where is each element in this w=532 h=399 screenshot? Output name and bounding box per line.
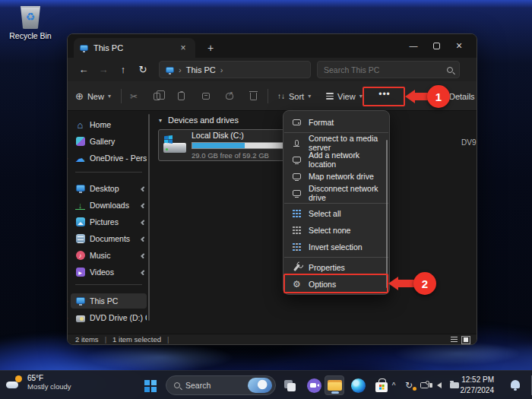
search-highlight-image[interactable] bbox=[248, 378, 272, 393]
pin-icon bbox=[140, 186, 145, 192]
tab-close-icon[interactable]: × bbox=[177, 43, 189, 53]
view-button[interactable]: View ▾ bbox=[326, 81, 363, 111]
volume-icon[interactable] bbox=[433, 382, 445, 388]
chevron-down-icon: ▾ bbox=[308, 93, 311, 100]
annotation-box-step1 bbox=[363, 87, 405, 106]
details-view-toggle[interactable] bbox=[450, 336, 458, 344]
computer-icon bbox=[166, 67, 174, 73]
view-label: View bbox=[337, 92, 356, 101]
task-view-button[interactable] bbox=[280, 375, 299, 395]
sidebar-item-onedrive[interactable]: › ☁ OneDrive - Pers bbox=[71, 150, 147, 166]
weather-widget[interactable]: 65°F Mostly cloudy bbox=[6, 374, 71, 391]
breadcrumb[interactable]: › This PC › bbox=[159, 61, 311, 78]
hidden-icons-chevron[interactable]: ^ bbox=[388, 382, 400, 390]
sidebar-item-videos[interactable]: ▶ Videos bbox=[71, 264, 147, 280]
drive-usage-fill bbox=[192, 143, 245, 148]
breadcrumb-separator[interactable]: › bbox=[220, 65, 223, 74]
sidebar-item-label: Pictures bbox=[90, 217, 135, 226]
up-button[interactable]: ↑ bbox=[113, 64, 133, 75]
sort-button[interactable]: ↑↓ Sort ▾ bbox=[277, 81, 311, 111]
menu-item-disconnect-network-drive[interactable]: Disconnect network drive bbox=[283, 185, 389, 201]
maximize-button[interactable] bbox=[425, 34, 448, 57]
pin-icon bbox=[140, 236, 145, 242]
breadcrumb-location[interactable]: This PC bbox=[186, 65, 216, 74]
new-button[interactable]: ⊕ New ▾ bbox=[75, 81, 111, 111]
taskbar-search-label: Search bbox=[185, 381, 242, 390]
expand-chevron-icon[interactable]: › bbox=[67, 297, 68, 306]
dvd-drive-label-fragment: DV9 bbox=[461, 138, 476, 147]
active-app-indicator bbox=[331, 391, 339, 394]
local-disk-tile[interactable]: Local Disk (C:) 29.0 GB free of 59.2 GB bbox=[158, 129, 299, 161]
menu-scrollbar[interactable] bbox=[386, 140, 388, 288]
pin-icon bbox=[140, 220, 145, 225]
sidebar-item-home[interactable]: ⌂ Home bbox=[71, 117, 147, 132]
notification-bell-icon[interactable] bbox=[511, 380, 520, 388]
rename-button[interactable] bbox=[202, 81, 210, 111]
tab-this-pc[interactable]: This PC × bbox=[74, 38, 195, 58]
sidebar-item-this-pc[interactable]: › This PC bbox=[71, 293, 147, 309]
menu-item-format[interactable]: Format bbox=[283, 114, 389, 131]
sidebar-item-gallery[interactable]: Gallery bbox=[71, 134, 147, 149]
minimize-button[interactable]: — bbox=[402, 34, 425, 57]
file-transfer-icon[interactable] bbox=[448, 382, 461, 388]
tab-strip: This PC × + — × bbox=[68, 34, 477, 58]
expand-chevron-icon[interactable]: › bbox=[67, 154, 68, 163]
menu-item-select-none[interactable]: Select none bbox=[283, 222, 389, 239]
videos-icon: ▶ bbox=[75, 268, 85, 277]
gallery-icon bbox=[75, 137, 85, 147]
sidebar-item-pictures[interactable]: Pictures bbox=[71, 214, 147, 230]
menu-item-add-network-location[interactable]: Add a network location bbox=[283, 151, 389, 168]
menu-item-connect-media-server[interactable]: Connect to a media server bbox=[283, 135, 389, 151]
close-button[interactable]: × bbox=[448, 34, 470, 57]
sidebar-item-downloads[interactable]: ↓ Downloads bbox=[71, 198, 147, 213]
large-icons-view-toggle[interactable] bbox=[461, 336, 470, 344]
pictures-icon bbox=[75, 217, 85, 227]
edge-button[interactable] bbox=[348, 375, 368, 395]
sidebar-item-label: Home bbox=[90, 120, 147, 129]
documents-icon bbox=[75, 234, 85, 244]
share-button[interactable] bbox=[226, 81, 233, 111]
status-divider: | bbox=[105, 335, 106, 344]
sidebar-item-label: Documents bbox=[90, 234, 135, 243]
sidebar-item-dvd-drive[interactable]: › DVD Drive (D:) C bbox=[71, 310, 147, 325]
file-explorer-taskbar-button[interactable] bbox=[325, 375, 344, 395]
new-tab-button[interactable]: + bbox=[203, 41, 218, 56]
folder-icon bbox=[328, 380, 342, 391]
section-header-devices-and-drives[interactable]: ▾ Devices and drives bbox=[159, 116, 239, 125]
select-all-icon bbox=[292, 209, 302, 219]
cut-button[interactable]: ✂ bbox=[130, 81, 138, 111]
sidebar-item-desktop[interactable]: Desktop bbox=[71, 181, 147, 196]
disconnect-network-drive-icon bbox=[292, 188, 302, 198]
explorer-search-box[interactable] bbox=[317, 61, 460, 78]
forward-button[interactable]: → bbox=[93, 64, 113, 75]
hard-drive-icon bbox=[163, 137, 186, 154]
sidebar-item-documents[interactable]: Documents bbox=[71, 231, 147, 246]
windows-update-icon[interactable]: ↻ bbox=[403, 380, 415, 391]
sidebar-item-music[interactable]: ♪ Music bbox=[71, 248, 147, 263]
select-none-icon bbox=[292, 226, 302, 236]
expand-chevron-icon[interactable]: › bbox=[67, 314, 68, 322]
section-chevron-icon[interactable]: ▾ bbox=[159, 117, 162, 124]
taskbar-search[interactable]: Search bbox=[166, 375, 276, 395]
copy-button[interactable] bbox=[154, 81, 160, 111]
menu-item-label: Invert selection bbox=[309, 242, 363, 252]
recycle-symbol-icon: ♻ bbox=[21, 11, 40, 23]
menu-item-invert-selection[interactable]: Invert selection bbox=[283, 239, 389, 255]
paste-button[interactable] bbox=[178, 81, 185, 111]
details-pane-button[interactable]: Details bbox=[449, 81, 475, 111]
delete-button[interactable] bbox=[250, 81, 257, 111]
refresh-button[interactable]: ↻ bbox=[133, 64, 153, 75]
menu-item-map-network-drive[interactable]: Map network drive bbox=[283, 168, 389, 185]
menu-item-label: Properties bbox=[309, 263, 345, 272]
explorer-search-input[interactable] bbox=[324, 65, 447, 74]
recycle-bin-shortcut[interactable]: ♻ Recycle Bin bbox=[3, 6, 58, 40]
chat-button[interactable] bbox=[304, 375, 324, 395]
menu-item-select-all[interactable]: Select all bbox=[283, 205, 389, 222]
sidebar-scrollbar[interactable] bbox=[148, 114, 150, 321]
cast-display-icon[interactable] bbox=[418, 382, 430, 388]
start-button[interactable] bbox=[140, 375, 160, 395]
clock[interactable]: 12:52 PM 2/27/2024 bbox=[461, 375, 495, 396]
sidebar-item-label: Downloads bbox=[90, 201, 135, 210]
back-button[interactable]: ← bbox=[74, 64, 93, 75]
sidebar-item-label: Desktop bbox=[90, 184, 135, 193]
